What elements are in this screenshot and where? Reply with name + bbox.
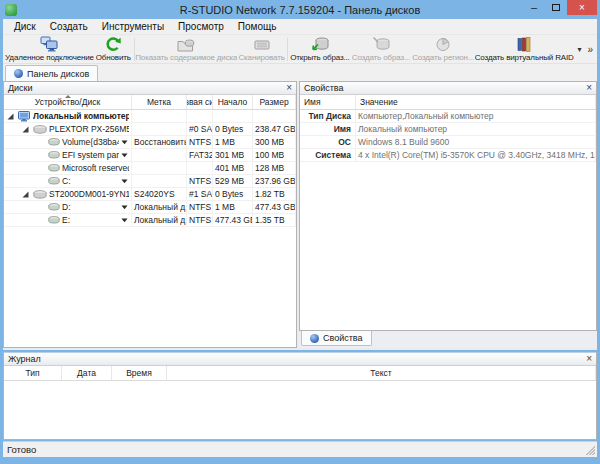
cell-start: 0 Bytes xyxy=(213,188,253,201)
bottom-tab-strip: Свойства xyxy=(299,331,597,348)
disks-column-start[interactable]: Начало xyxy=(213,95,253,109)
device-cell: Локальный компьютер xyxy=(4,110,132,123)
property-name: Имя xyxy=(334,124,351,134)
menu-item-tools[interactable]: Инструменты xyxy=(95,21,171,32)
refresh-button[interactable]: Обновить xyxy=(94,35,133,64)
cell-value: 1 MB xyxy=(215,202,235,212)
disk-panel-tab-icon xyxy=(14,69,23,78)
disk-row[interactable]: C:NTFS529 MB237.96 GB xyxy=(4,175,296,188)
device-cell: Volume{d38ba4aa-2... xyxy=(4,136,132,149)
dropdown-icon[interactable] xyxy=(121,179,129,184)
top-tab-strip: Панель дисков xyxy=(3,64,597,81)
column-header-label: Время xyxy=(126,368,152,378)
disk-row[interactable]: Microsoft reserved pa...401 MB128 MB xyxy=(4,162,296,175)
menu-item-create[interactable]: Создать xyxy=(43,21,95,32)
disks-column-size[interactable]: Размер xyxy=(253,95,296,109)
create-virtual-raid-icon xyxy=(517,37,532,52)
disks-column-filesystem[interactable]: звая си xyxy=(187,95,213,109)
log-column-time[interactable]: Время xyxy=(112,366,167,380)
cell-value: Локальный д... xyxy=(134,202,187,212)
expander-icon[interactable] xyxy=(22,191,31,198)
cell-value: #1 SA... xyxy=(189,189,213,199)
open-image-button[interactable]: Открыть образ... xyxy=(289,35,350,64)
property-row[interactable]: Система4 x Intel(R) Core(TM) i5-3570K CP… xyxy=(300,149,596,162)
dropdown-icon[interactable] xyxy=(121,140,129,145)
partition-icon xyxy=(48,203,60,211)
menu-item-help[interactable]: Помощь xyxy=(231,21,284,32)
properties-table-body: Тип ДискаКомпьютер,Локальный компьютерИм… xyxy=(300,110,596,330)
column-header-label: Тип xyxy=(25,368,39,378)
remote-connection-button[interactable]: Удаленное подключение xyxy=(5,35,94,64)
cell-size: 100 MB xyxy=(253,149,296,162)
cell-fs: NTFS xyxy=(187,201,213,214)
toolbar-more-icon[interactable]: » xyxy=(587,44,593,55)
disk-row[interactable]: PLEXTOR PX-256M5Pro ...#0 SA...0 Bytes23… xyxy=(4,123,296,136)
disk-row[interactable]: ST2000DM001-9YN164 ...S24020YS#1 SA...0 … xyxy=(4,188,296,201)
property-row[interactable]: Тип ДискаКомпьютер,Локальный компьютер xyxy=(300,110,596,123)
cell-label: S24020YS xyxy=(132,188,187,201)
properties-column-value[interactable]: Значение xyxy=(356,95,596,109)
expander-icon[interactable] xyxy=(22,126,31,133)
log-column-text[interactable]: Текст xyxy=(167,366,596,380)
cell-label xyxy=(132,162,187,175)
cell-value: 128 MB xyxy=(255,163,284,173)
device-cell: E: xyxy=(4,214,132,227)
disk-row[interactable]: Локальный компьютер xyxy=(4,110,296,123)
disks-column-device[interactable]: Устройство/Диск xyxy=(4,95,132,109)
cell-size xyxy=(253,110,296,123)
tab-disk-panel[interactable]: Панель дисков xyxy=(5,65,98,81)
properties-panel-close-icon[interactable]: × xyxy=(586,83,592,93)
toolbar-button-label: Создать регион... xyxy=(412,52,474,63)
cell-start: 529 MB xyxy=(213,175,253,188)
disks-column-label[interactable]: Метка xyxy=(132,95,187,109)
cell-fs: #1 SA... xyxy=(187,188,213,201)
column-header-label: Начало xyxy=(218,97,248,107)
column-header-label: Устройство/Диск xyxy=(35,97,100,107)
cell-start: 477.43 GB xyxy=(213,214,253,227)
maximize-button[interactable] xyxy=(545,0,567,15)
toolbar-button-label: Удаленное подключение xyxy=(5,52,94,63)
column-header-label: Значение xyxy=(360,97,398,107)
cell-size: 1.82 TB xyxy=(253,188,296,201)
disk-row[interactable]: E:Локальный д...NTFS477.43 GB1.35 TB xyxy=(4,214,296,227)
dropdown-icon[interactable] xyxy=(121,218,129,223)
tab-properties[interactable]: Свойства xyxy=(301,331,372,346)
disks-panel-close-icon[interactable]: × xyxy=(286,83,292,93)
device-name: E: xyxy=(62,215,70,225)
toolbar-dropdown-icon[interactable]: ▾ xyxy=(577,45,581,54)
scan-button: Сканировать xyxy=(237,35,286,64)
device-cell: C: xyxy=(4,175,132,188)
show-disk-content-icon xyxy=(177,37,195,52)
device-cell: EFI system partition xyxy=(4,149,132,162)
create-region-icon xyxy=(435,37,451,52)
properties-column-name[interactable]: Имя xyxy=(300,95,356,109)
dropdown-icon[interactable] xyxy=(121,153,129,158)
cell-fs: NTFS xyxy=(187,175,213,188)
menu-item-view[interactable]: Просмотр xyxy=(171,21,231,32)
disk-row[interactable]: D:Локальный д...NTFS1 MB477.43 GB xyxy=(4,201,296,214)
column-header-label: Имя xyxy=(304,97,321,107)
log-panel-title: Журнал xyxy=(8,354,41,364)
minimize-button[interactable]: – xyxy=(523,0,545,15)
property-row[interactable]: ИмяЛокальный компьютер xyxy=(300,123,596,136)
properties-panel-title: Свойства xyxy=(304,83,344,93)
create-virtual-raid-button[interactable]: Создать виртуальный RAID xyxy=(475,35,573,64)
expander-icon[interactable] xyxy=(7,113,16,120)
log-panel-close-icon[interactable]: × xyxy=(586,354,592,364)
menu-item-disk[interactable]: Диск xyxy=(7,21,43,32)
cell-value: 100 MB xyxy=(255,150,284,160)
dropdown-icon[interactable] xyxy=(121,205,129,210)
disk-row[interactable]: EFI system partitionFAT32301 MB100 MB xyxy=(4,149,296,162)
resize-grip-icon[interactable] xyxy=(584,444,595,455)
close-button[interactable]: × xyxy=(567,0,597,15)
open-image-icon xyxy=(311,37,329,52)
log-panel: Журнал × ТипДатаВремяТекст xyxy=(3,352,597,440)
property-row[interactable]: ОСWindows 8.1 Build 9600 xyxy=(300,136,596,149)
log-column-date[interactable]: Дата xyxy=(62,366,112,380)
disk-row[interactable]: Volume{d38ba4aa-2...ВосстановитьNTFS1 MB… xyxy=(4,136,296,149)
column-header-label: Дата xyxy=(77,368,96,378)
cell-value: Локальный д... xyxy=(134,215,187,225)
log-column-type[interactable]: Тип xyxy=(4,366,62,380)
disks-panel-title: Диски xyxy=(8,83,33,93)
device-name: ST2000DM001-9YN164 ... xyxy=(49,189,129,199)
